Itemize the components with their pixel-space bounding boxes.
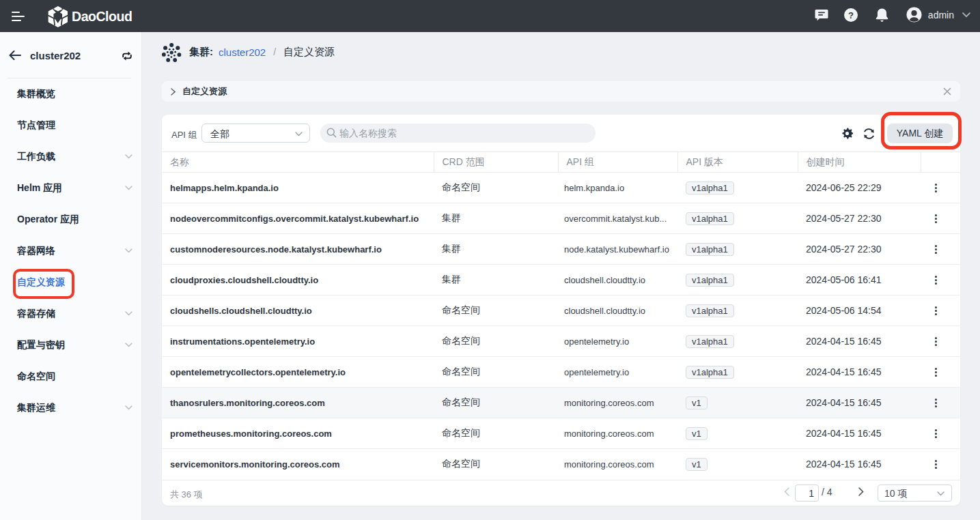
svg-text:?: ? xyxy=(848,10,854,20)
